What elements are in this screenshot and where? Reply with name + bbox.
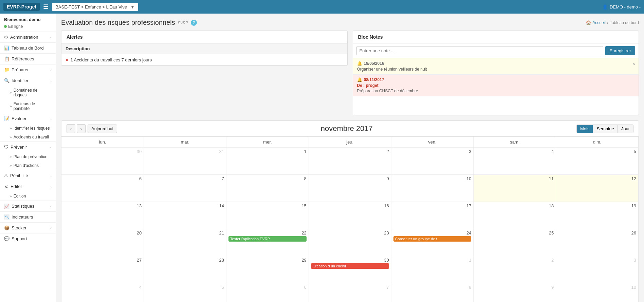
navbar-breadcrumb[interactable]: BASE-TEST > Enfance > L'Eau Vive ▼ — [52, 3, 138, 11]
calendar-day-cell[interactable]: 9 — [309, 175, 391, 202]
breadcrumb-text: BASE-TEST > Enfance > L'Eau Vive — [55, 4, 127, 10]
sidebar-item-stocker[interactable]: 📦 Stocker ‹ — [0, 222, 56, 233]
calendar-day-cell[interactable]: 11 — [474, 175, 556, 202]
calendar-day-number: 2 — [311, 149, 389, 154]
calendar-day-cell[interactable]: 23 — [309, 229, 391, 256]
page-header: Evaluation des risques professionnels EV… — [61, 19, 639, 26]
calendar-next-btn[interactable]: › — [77, 124, 86, 133]
brand-logo[interactable]: EVRP-Proget — [3, 3, 40, 11]
calendar-day-cell[interactable]: 14 — [144, 202, 226, 229]
sidebar-item-indicateurs[interactable]: 📉 Indicateurs — [0, 211, 56, 222]
calendar-day-cell[interactable]: 6 — [226, 283, 309, 302]
calendar-day-cell[interactable]: 21 — [144, 229, 226, 256]
calendar-event[interactable]: Tester l'aplication EVRP — [228, 236, 307, 242]
sidebar-sub-plan-actions[interactable]: Plan d'actions — [0, 161, 56, 170]
sidebar-item-references[interactable]: 📋 Références — [0, 53, 56, 64]
sidebar-sub-domaines[interactable]: Domaines de risques — [0, 86, 56, 99]
calendar-prev-btn[interactable]: ‹ — [67, 124, 75, 133]
calendar-view-btn-semaine[interactable]: Semaine — [593, 125, 618, 133]
calendar-day-cell[interactable]: 25 — [474, 229, 556, 256]
calendar-day-cell[interactable]: 9 — [474, 283, 556, 302]
calendar-day-cell[interactable]: 3 — [391, 148, 474, 175]
calendar-day-cell[interactable]: 5 — [556, 148, 639, 175]
sidebar-item-evaluer[interactable]: 📝 Evaluer ‹ — [0, 113, 56, 124]
calendar-day-cell[interactable]: 15 — [226, 202, 309, 229]
calendar-day-cell[interactable]: 26 — [556, 229, 639, 256]
help-icon[interactable]: ? — [191, 20, 197, 26]
calendar-day-cell[interactable]: 17 — [391, 202, 474, 229]
bloc-notes-input[interactable] — [356, 46, 604, 55]
sidebar-item-editer[interactable]: 🖨 Editer ‹ — [0, 181, 56, 192]
calendar-day-cell[interactable]: 10 — [556, 283, 639, 302]
calendar-day-cell[interactable]: 27 — [61, 256, 144, 283]
preparer-chevron: ‹ — [50, 68, 52, 72]
calendar-day-cell[interactable]: 7 — [144, 175, 226, 202]
indicateurs-label: Indicateurs — [12, 214, 33, 220]
sidebar-sub-facteurs[interactable]: Facteurs de pénibilité — [0, 99, 56, 113]
calendar-day-cell[interactable]: 1 — [391, 256, 474, 283]
sidebar-item-identifier[interactable]: 🔍 Identifier ‹ — [0, 75, 56, 86]
calendar-day-cell[interactable]: 28 — [144, 256, 226, 283]
calendar-today-btn[interactable]: Aujourd'hui — [88, 125, 117, 133]
penibilite-chevron: ‹ — [50, 174, 52, 178]
calendar-day-cell[interactable]: 24Constituer un groupe de t... — [391, 229, 474, 256]
note-item: 🔔 18/05/2016Organiser une réunion veille… — [353, 58, 639, 75]
calendar-view-btn-mois[interactable]: Mois — [577, 125, 593, 133]
sidebar-item-administration[interactable]: ⚙ Administration ‹ — [0, 32, 56, 42]
calendar-day-cell[interactable]: 4 — [474, 148, 556, 175]
online-label: En ligne — [8, 24, 23, 29]
calendar-day-cell[interactable]: 3 — [556, 256, 639, 283]
enregistrer-button[interactable]: Enregistrer — [605, 46, 635, 55]
calendar-day-cell[interactable]: 8 — [391, 283, 474, 302]
sidebar-item-prevenir[interactable]: 🛡 Prévenir ‹ — [0, 141, 56, 152]
calendar-day-cell[interactable]: 22Tester l'aplication EVRP — [226, 229, 309, 256]
calendar-day-cell[interactable]: 31 — [144, 148, 226, 175]
user-menu[interactable]: 👤 DEMO - demo - — [602, 4, 641, 10]
bell-icon: 🔔 — [357, 61, 362, 66]
prevenir-icon: 🛡 — [4, 145, 8, 150]
calendar-day-cell[interactable]: 4 — [61, 283, 144, 302]
calendar-day-cell[interactable]: 7 — [309, 283, 391, 302]
prevenir-chevron: ‹ — [50, 145, 52, 149]
sidebar-sub-edition[interactable]: Edition — [0, 192, 56, 201]
breadcrumb-current: Tableau de bord — [610, 20, 639, 25]
calendar-day-cell[interactable]: 16 — [309, 202, 391, 229]
calendar-view-btn-jour[interactable]: Jour — [618, 125, 633, 133]
calendar-day-header: dim. — [556, 137, 639, 148]
note-close-btn[interactable]: × — [632, 61, 635, 67]
calendar-day-cell[interactable]: 20 — [61, 229, 144, 256]
sidebar-item-support[interactable]: 💬 Support — [0, 233, 56, 244]
calendar-day-number: 10 — [393, 176, 472, 181]
calendar-day-cell[interactable]: 19 — [556, 202, 639, 229]
administration-icon: ⚙ — [4, 35, 8, 40]
calendar-day-number: 8 — [393, 285, 472, 290]
sidebar-item-tableau-de-bord[interactable]: 📊 Tableau de Bord — [0, 42, 56, 53]
calendar-day-cell[interactable]: 10 — [391, 175, 474, 202]
breadcrumb-home-link[interactable]: Accueil — [592, 20, 606, 25]
calendar-event[interactable]: Creation d un chenil — [311, 263, 389, 269]
sidebar-item-penibilite[interactable]: ⚠ Pénibilité ‹ — [0, 170, 56, 181]
calendar-day-cell[interactable]: 2 — [474, 256, 556, 283]
sidebar-item-statistiques[interactable]: 📈 Statistiques ‹ — [0, 201, 56, 211]
calendar-day-cell[interactable]: 6 — [61, 175, 144, 202]
calendar-day-cell[interactable]: 29 — [226, 256, 309, 283]
sidebar-sub-accidents[interactable]: Accidents du travail — [0, 133, 56, 141]
calendar-day-cell[interactable]: 30Creation d un chenil — [309, 256, 391, 283]
calendar-day-cell[interactable]: 12 — [556, 175, 639, 202]
calendar-event[interactable]: Constituer un groupe de t... — [393, 236, 472, 242]
sidebar-item-preparer[interactable]: 📁 Préparer ‹ — [0, 64, 56, 75]
calendar-day-cell[interactable]: 13 — [61, 202, 144, 229]
main-content: Evaluation des risques professionnels EV… — [56, 14, 644, 302]
calendar-day-cell[interactable]: 18 — [474, 202, 556, 229]
calendar-day-cell[interactable]: 8 — [226, 175, 309, 202]
calendar-day-cell[interactable]: 2 — [309, 148, 391, 175]
stocker-icon: 📦 — [4, 225, 10, 230]
sidebar-sub-plan-prevention[interactable]: Plan de prévention — [0, 152, 56, 161]
bloc-notes-list: 🔔 18/05/2016Organiser une réunion veille… — [353, 58, 639, 115]
calendar-day-cell[interactable]: 1 — [226, 148, 309, 175]
calendar-day-cell[interactable]: 5 — [144, 283, 226, 302]
sidebar-sub-identifier-risques[interactable]: Identifier les risques — [0, 124, 56, 133]
note-text: Organiser une réunion veilleurs de nuit — [357, 67, 635, 72]
calendar-day-cell[interactable]: 30 — [61, 148, 144, 175]
hamburger-icon[interactable]: ☰ — [43, 3, 49, 11]
